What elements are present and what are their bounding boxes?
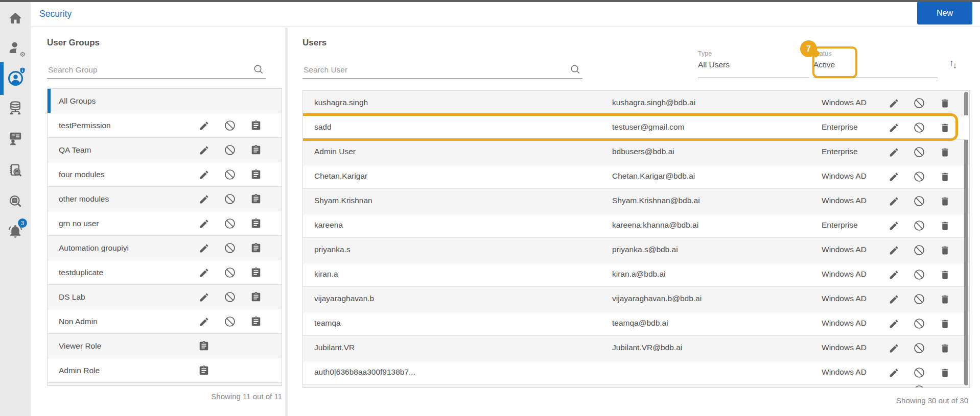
group-permissions-icon[interactable] bbox=[250, 266, 262, 279]
delete-user-icon[interactable] bbox=[939, 366, 951, 379]
edit-user-icon[interactable] bbox=[888, 317, 900, 330]
edit-group-icon[interactable] bbox=[198, 291, 210, 303]
group-permissions-icon[interactable] bbox=[198, 340, 210, 352]
edit-user-icon[interactable] bbox=[888, 97, 900, 109]
delete-user-icon[interactable] bbox=[939, 195, 951, 207]
disable-user-icon[interactable] bbox=[913, 293, 925, 305]
group-row[interactable]: Non Admin bbox=[48, 309, 282, 334]
sidebar-item-home[interactable] bbox=[0, 9, 31, 28]
edit-group-icon[interactable] bbox=[198, 119, 210, 132]
status-filter-dropdown[interactable]: Status Active bbox=[813, 50, 938, 69]
disable-group-icon[interactable] bbox=[224, 144, 236, 156]
delete-user-icon[interactable] bbox=[939, 170, 951, 183]
sidebar-item-notifications[interactable]: 3 bbox=[0, 222, 31, 240]
edit-user-icon[interactable] bbox=[888, 146, 900, 158]
delete-user-icon[interactable] bbox=[939, 244, 951, 256]
group-row[interactable]: Automation groupiyi bbox=[48, 236, 282, 260]
disable-user-icon[interactable] bbox=[913, 317, 925, 330]
group-row[interactable]: other modules bbox=[48, 187, 282, 211]
user-row[interactable]: teamqa teamqa@bdb.ai Windows AD bbox=[303, 311, 969, 336]
edit-user-icon[interactable] bbox=[888, 121, 900, 134]
disable-user-icon[interactable] bbox=[913, 121, 925, 134]
edit-group-icon[interactable] bbox=[198, 193, 210, 205]
edit-user-icon[interactable] bbox=[888, 268, 900, 281]
group-row[interactable]: QA Team bbox=[48, 138, 282, 162]
edit-group-icon[interactable] bbox=[198, 168, 210, 181]
group-permissions-icon[interactable] bbox=[250, 291, 262, 303]
edit-user-icon[interactable] bbox=[888, 244, 900, 256]
delete-user-icon[interactable] bbox=[939, 146, 951, 158]
group-permissions-icon[interactable] bbox=[250, 315, 262, 328]
disable-group-icon[interactable] bbox=[224, 242, 236, 254]
disable-group-icon[interactable] bbox=[224, 315, 236, 328]
sidebar-item-security[interactable] bbox=[0, 69, 31, 87]
group-search-input[interactable]: Search Group bbox=[47, 61, 266, 79]
edit-group-icon[interactable] bbox=[198, 144, 210, 156]
delete-user-icon[interactable] bbox=[939, 219, 951, 232]
group-row[interactable]: testduplicate bbox=[48, 260, 282, 285]
user-row[interactable]: Jubilant.VR Jubilant.VR@bdb.ai Windows A… bbox=[303, 336, 969, 360]
edit-group-icon[interactable] bbox=[198, 315, 210, 328]
group-permissions-icon[interactable] bbox=[250, 242, 262, 254]
edit-group-icon[interactable] bbox=[198, 266, 210, 279]
group-row[interactable]: Admin Role bbox=[48, 358, 282, 383]
disable-group-icon[interactable] bbox=[224, 168, 236, 181]
disable-user-icon[interactable] bbox=[913, 366, 925, 379]
user-row[interactable]: kushagra.singh kushagra.singh@bdb.ai Win… bbox=[303, 91, 969, 115]
group-permissions-icon[interactable] bbox=[250, 144, 262, 156]
delete-user-icon[interactable] bbox=[939, 293, 951, 305]
group-permissions-icon[interactable] bbox=[198, 364, 210, 377]
disable-user-icon[interactable] bbox=[913, 268, 925, 281]
user-search-input[interactable]: Search User bbox=[302, 61, 582, 79]
user-row[interactable]: auth0|636b8aa300f9138b7... Windows AD bbox=[303, 360, 969, 385]
sidebar-item-business-story[interactable] bbox=[0, 129, 31, 148]
disable-user-icon[interactable] bbox=[913, 146, 925, 158]
delete-user-icon[interactable] bbox=[939, 342, 951, 354]
edit-group-icon[interactable] bbox=[198, 217, 210, 230]
delete-user-icon[interactable] bbox=[939, 268, 951, 281]
edit-user-icon[interactable] bbox=[888, 195, 900, 207]
group-row[interactable]: Viewer Role bbox=[48, 334, 282, 358]
group-row[interactable]: DS Lab bbox=[48, 285, 282, 309]
edit-user-icon[interactable] bbox=[888, 366, 900, 379]
group-permissions-icon[interactable] bbox=[250, 119, 262, 132]
disable-group-icon[interactable] bbox=[224, 193, 236, 205]
edit-group-icon[interactable] bbox=[198, 242, 210, 254]
edit-user-icon[interactable] bbox=[888, 342, 900, 354]
user-row[interactable]: kareena kareena.khanna@bdb.ai Enterprise bbox=[303, 213, 969, 238]
user-row[interactable]: vijayaraghavan.b vijayaraghavan.b@bdb.ai… bbox=[303, 287, 969, 311]
user-row[interactable]: 8 sadd testuser@gmail.com Enterprise bbox=[303, 115, 969, 140]
group-row[interactable]: grn no user bbox=[48, 211, 282, 236]
user-row[interactable]: Chetan.Karigar Chetan.Karigar@bdb.ai Win… bbox=[303, 164, 969, 189]
sidebar-item-data-search[interactable] bbox=[0, 192, 31, 210]
disable-group-icon[interactable] bbox=[224, 217, 236, 230]
group-permissions-icon[interactable] bbox=[250, 217, 262, 230]
disable-user-icon[interactable] bbox=[913, 170, 925, 183]
new-button[interactable]: New bbox=[917, 2, 972, 25]
group-row[interactable]: All Groups bbox=[48, 89, 282, 113]
sidebar-item-data-center[interactable] bbox=[0, 99, 31, 117]
disable-group-icon[interactable] bbox=[224, 291, 236, 303]
sort-users-icon[interactable]: ↑↓ bbox=[949, 58, 957, 68]
user-row[interactable]: kiran.a kiran.a@bdb.ai Windows AD bbox=[303, 262, 969, 287]
disable-user-icon[interactable] bbox=[913, 342, 925, 354]
group-permissions-icon[interactable] bbox=[250, 168, 262, 181]
group-row[interactable]: testPermission bbox=[48, 113, 282, 138]
user-row[interactable]: Shyam.Krishnan Shyam.Krishnan@bdb.ai Win… bbox=[303, 189, 969, 213]
group-permissions-icon[interactable] bbox=[250, 193, 262, 205]
sidebar-item-user-settings[interactable]: ⚙ bbox=[0, 39, 31, 57]
delete-user-icon[interactable] bbox=[939, 121, 951, 134]
edit-user-icon[interactable] bbox=[888, 170, 900, 183]
delete-user-icon[interactable] bbox=[939, 97, 951, 109]
group-row[interactable]: four modules bbox=[48, 162, 282, 187]
edit-user-icon[interactable] bbox=[888, 219, 900, 232]
disable-group-icon[interactable] bbox=[224, 266, 236, 279]
disable-user-icon[interactable] bbox=[913, 97, 925, 109]
disable-user-icon[interactable] bbox=[913, 219, 925, 232]
disable-group-icon[interactable] bbox=[224, 119, 236, 132]
type-filter-dropdown[interactable]: Type All Users bbox=[698, 50, 809, 69]
user-row[interactable]: Admin User bdbusers@bdb.ai Enterprise bbox=[303, 140, 969, 164]
delete-user-icon[interactable] bbox=[939, 317, 951, 330]
user-row[interactable]: priyanka.s priyanka.s@bdb.ai Windows AD bbox=[303, 238, 969, 262]
disable-user-icon[interactable] bbox=[913, 195, 925, 207]
